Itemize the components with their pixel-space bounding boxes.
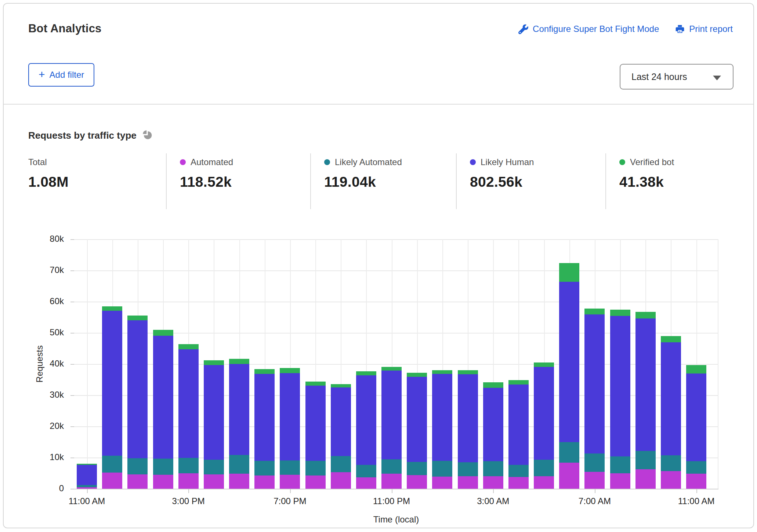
h-gridline	[74, 302, 718, 302]
y-tick-mark	[70, 489, 74, 489]
chart-plot	[74, 239, 718, 489]
bar-segment-likely-human	[102, 311, 122, 456]
page-title: Bot Analytics	[28, 22, 102, 35]
bar-group[interactable]	[254, 369, 275, 489]
bar-group[interactable]	[584, 309, 605, 489]
bar-segment-likely-automated	[331, 456, 351, 472]
stat-total-value: 1.08M	[28, 174, 166, 190]
bar-segment-likely-automated	[407, 462, 427, 475]
stat-likely-human-value: 802.56k	[470, 174, 605, 190]
bar-segment-likely-automated	[204, 460, 224, 474]
bar-segment-likely-human	[305, 386, 326, 461]
y-tick-label: 80k	[23, 234, 64, 244]
bar-segment-automated	[584, 472, 605, 489]
stat-automated-label: Automated	[191, 157, 233, 167]
bar-group[interactable]	[102, 306, 122, 489]
bar-segment-likely-automated	[229, 455, 249, 474]
bar-segment-automated	[254, 475, 275, 489]
x-tick-label: 3:00 PM	[148, 496, 229, 506]
bar-segment-likely-automated	[381, 459, 402, 474]
x-tick-mark	[493, 489, 494, 493]
header-divider	[4, 104, 753, 105]
section-title-row: Requests by traffic type	[28, 130, 152, 141]
y-tick-mark	[70, 395, 74, 396]
bar-group[interactable]	[534, 362, 554, 489]
bar-group[interactable]	[127, 316, 148, 489]
automated-legend-dot	[180, 159, 186, 165]
section-title: Requests by traffic type	[28, 130, 137, 141]
bar-segment-verified-bot	[584, 309, 605, 314]
bar-group[interactable]	[77, 464, 97, 489]
bar-segment-likely-automated	[661, 455, 681, 471]
bar-group[interactable]	[407, 373, 427, 489]
y-tick-label: 10k	[23, 452, 64, 462]
bar-segment-verified-bot	[178, 344, 199, 349]
stat-total: Total 1.08M	[28, 153, 166, 209]
pie-chart-icon	[142, 130, 152, 141]
bar-segment-automated	[229, 474, 249, 489]
bar-segment-likely-human	[331, 387, 351, 456]
stat-likely-automated-label: Likely Automated	[335, 157, 402, 167]
bar-segment-likely-human	[458, 374, 478, 462]
bar-group[interactable]	[153, 330, 173, 489]
bar-segment-likely-automated	[178, 458, 199, 473]
bar-group[interactable]	[483, 382, 503, 489]
bar-segment-verified-bot	[356, 371, 376, 375]
bar-group[interactable]	[280, 368, 300, 489]
bar-segment-likely-human	[77, 465, 97, 485]
bar-segment-likely-automated	[102, 456, 122, 473]
bar-group[interactable]	[508, 380, 529, 489]
x-tick-label: 3:00 AM	[453, 496, 533, 506]
bar-segment-automated	[127, 474, 148, 489]
bar-segment-automated	[635, 469, 656, 489]
bar-segment-likely-human	[356, 375, 376, 465]
y-tick-mark	[70, 302, 74, 302]
x-tick-label: 7:00 AM	[554, 496, 635, 506]
time-range-dropdown[interactable]: Last 24 hours	[620, 64, 734, 90]
bar-segment-verified-bot	[280, 368, 300, 373]
y-tick-label: 50k	[23, 327, 64, 338]
bar-group[interactable]	[635, 312, 656, 489]
bar-group[interactable]	[331, 384, 351, 489]
wrench-icon	[518, 24, 528, 34]
add-filter-button[interactable]: + Add filter	[28, 63, 94, 87]
configure-super-bot-fight-mode-link[interactable]: Configure Super Bot Fight Mode	[518, 24, 659, 34]
y-tick-label: 30k	[23, 390, 64, 400]
bar-group[interactable]	[381, 367, 402, 489]
bar-segment-likely-automated	[483, 461, 503, 476]
bar-group[interactable]	[432, 370, 452, 489]
bar-group[interactable]	[686, 365, 706, 489]
bar-segment-verified-bot	[331, 384, 351, 387]
h-gridline	[74, 270, 718, 271]
bar-segment-verified-bot	[610, 310, 630, 316]
add-filter-label: Add filter	[50, 70, 84, 80]
bar-group[interactable]	[204, 360, 224, 489]
bar-segment-verified-bot	[407, 373, 427, 377]
bar-segment-verified-bot	[204, 360, 224, 365]
bar-group[interactable]	[610, 310, 630, 489]
likely-human-legend-dot	[470, 159, 476, 165]
bar-group[interactable]	[458, 370, 478, 489]
bar-group[interactable]	[356, 371, 376, 489]
bar-segment-likely-human	[483, 388, 503, 462]
bar-group[interactable]	[661, 336, 681, 489]
stat-verified-bot-label: Verified bot	[630, 157, 674, 167]
bar-segment-likely-human	[204, 365, 224, 460]
print-report-link[interactable]: Print report	[675, 24, 733, 34]
x-tick-mark	[87, 489, 88, 493]
bar-group[interactable]	[559, 263, 579, 489]
likely-automated-legend-dot	[324, 159, 330, 165]
bar-group[interactable]	[229, 359, 249, 489]
bar-segment-automated	[153, 475, 173, 489]
print-link-label: Print report	[689, 24, 733, 34]
bar-segment-verified-bot	[229, 359, 249, 364]
bar-segment-likely-human	[686, 374, 706, 461]
bar-segment-automated	[686, 474, 706, 489]
bar-group[interactable]	[178, 344, 199, 489]
bot-analytics-card: Bot Analytics Configure Super Bot Fight …	[3, 3, 754, 528]
verified-bot-legend-dot	[619, 159, 625, 165]
h-gridline	[74, 239, 718, 240]
stat-likely-automated: Likely Automated 119.04k	[310, 153, 456, 209]
bar-group[interactable]	[305, 382, 326, 489]
bar-segment-automated	[178, 473, 199, 489]
